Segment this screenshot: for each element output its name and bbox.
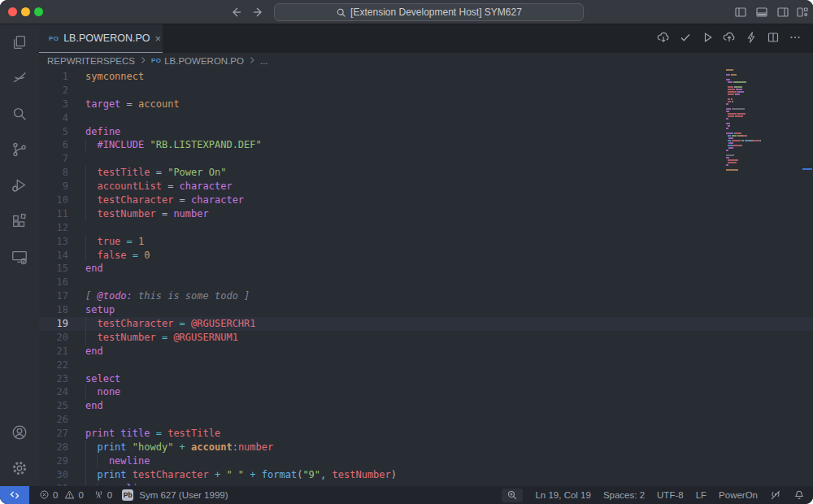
code-line-7[interactable]: 7 [39, 152, 813, 166]
line-number: 13 [39, 235, 73, 249]
command-center-search[interactable]: [Extension Development Host] SYM627 [274, 3, 584, 21]
settings-gear-icon[interactable] [0, 450, 39, 486]
code-line-20[interactable]: 20 testNumber = @RGUSERNUM1 [39, 331, 813, 345]
explorer-icon[interactable] [0, 24, 39, 60]
code-lines: 1symconnect23target = account45define6 #… [39, 70, 813, 486]
line-number: 27 [39, 427, 73, 441]
accounts-icon[interactable] [0, 415, 39, 450]
line-number: 15 [39, 262, 73, 276]
encoding-setting[interactable]: UTF-8 [657, 490, 684, 500]
line-number: 25 [39, 399, 73, 413]
code-line-13[interactable]: 13 true = 1 [39, 235, 813, 249]
code-line-16[interactable]: 16 [39, 276, 813, 289]
code-line-18[interactable]: 18setup [39, 303, 813, 317]
code-line-30[interactable]: 30 print testCharacter + " " + format("9… [39, 468, 813, 482]
code-line-12[interactable]: 12 [39, 221, 813, 235]
more-actions-icon[interactable] [789, 31, 802, 47]
run-debug-icon[interactable] [0, 167, 39, 203]
check-icon[interactable] [679, 31, 692, 47]
remote-explorer-icon[interactable] [0, 239, 39, 275]
code-line-27[interactable]: 27print title = testTitle [39, 427, 813, 441]
code-line-2[interactable]: 2 [39, 84, 813, 98]
close-tab-icon[interactable]: × [154, 33, 161, 44]
minimize-window-button[interactable] [21, 7, 30, 16]
poweron-language-badge: PO [49, 35, 59, 42]
split-editor-icon[interactable] [767, 31, 780, 47]
cloud-download-icon[interactable] [657, 31, 670, 47]
source-control-icon[interactable] [0, 132, 39, 167]
radio-tower-icon [93, 489, 104, 502]
code-line-4[interactable]: 4 [39, 111, 813, 125]
code-line-15[interactable]: 15end [39, 262, 813, 276]
code-line-17[interactable]: 17[ @todo: this is some todo ] [39, 289, 813, 303]
code-line-14[interactable]: 14 false = 0 [39, 249, 813, 263]
toggle-panel-icon[interactable] [755, 6, 768, 19]
line-number: 10 [39, 193, 73, 207]
run-icon[interactable] [701, 31, 714, 47]
editor-pane[interactable]: 1symconnect23target = account45define6 #… [39, 68, 813, 486]
code-line-19[interactable]: 19 testCharacter = @RGUSERCHR1 [39, 317, 813, 331]
indentation-setting[interactable]: Spaces: 2 [603, 490, 645, 500]
line-number: 16 [39, 276, 73, 289]
eol-setting[interactable]: LF [696, 490, 706, 500]
symitar-extension-icon[interactable] [0, 60, 39, 96]
session-label: Sym 627 (User 1999) [139, 490, 228, 500]
errors-count: 0 [53, 490, 58, 500]
toggle-sidebar-icon[interactable] [734, 6, 747, 19]
line-number: 11 [39, 207, 73, 221]
line-number: 30 [39, 468, 73, 482]
bolt-icon[interactable] [745, 31, 758, 47]
symitar-session-status[interactable]: Pb Sym 627 (User 1999) [122, 489, 228, 501]
close-window-button[interactable] [8, 7, 17, 16]
toggle-secondary-sidebar-icon[interactable] [776, 6, 789, 19]
code-line-1[interactable]: 1symconnect [39, 70, 813, 84]
notifications-bell-icon[interactable] [793, 489, 805, 501]
problems-status[interactable]: 0 0 [39, 489, 84, 502]
code-line-3[interactable]: 3target = account [39, 98, 813, 111]
cursor-position[interactable]: Ln 19, Col 19 [535, 490, 590, 500]
minimap[interactable] [726, 69, 783, 172]
code-line-6[interactable]: 6 #INCLUDE "RB.LISTEXPAND.DEF" [39, 138, 813, 152]
code-line-23[interactable]: 23select [39, 372, 813, 386]
extensions-icon[interactable] [0, 203, 39, 239]
code-line-24[interactable]: 24 none [39, 385, 813, 399]
code-line-21[interactable]: 21end [39, 345, 813, 358]
breadcrumb-symbol-more[interactable]: ... [260, 56, 268, 66]
code-line-29[interactable]: 29 newline [39, 454, 813, 468]
line-number: 12 [39, 221, 73, 235]
zoom-status-chip[interactable] [502, 489, 523, 502]
line-number: 22 [39, 358, 73, 372]
code-line-5[interactable]: 5define [39, 125, 813, 139]
tab-title: LB.POWERON.PO [63, 33, 150, 44]
code-line-22[interactable]: 22 [39, 358, 813, 372]
code-line-11[interactable]: 11 testNumber = number [39, 207, 813, 221]
code-line-10[interactable]: 10 testCharacter = character [39, 193, 813, 207]
forward-arrow-icon[interactable] [252, 6, 265, 19]
language-mode[interactable]: PowerOn [719, 490, 758, 500]
code-line-28[interactable]: 28 print "howdy" + account:number [39, 441, 813, 454]
overview-ruler-cursor-mark [802, 168, 812, 170]
errors-icon [39, 489, 50, 502]
broadcast-off-icon[interactable] [770, 489, 781, 501]
remote-indicator[interactable] [0, 486, 29, 504]
poweron-language-badge: PO [151, 57, 161, 64]
line-number: 28 [39, 441, 73, 454]
zoom-window-button[interactable] [34, 7, 43, 16]
tab-lb-poweron-po[interactable]: PO LB.POWERON.PO × [39, 24, 163, 53]
vscode-window: [Extension Development Host] SYM627 [0, 0, 813, 504]
ports-status[interactable]: 0 [93, 489, 112, 502]
line-number: 24 [39, 385, 73, 399]
breadcrumb-file[interactable]: LB.POWERON.PO [164, 56, 244, 66]
code-line-25[interactable]: 25end [39, 399, 813, 413]
overview-ruler[interactable] [802, 68, 813, 486]
back-arrow-icon[interactable] [229, 6, 242, 19]
poweron-file-badge: Pb [122, 489, 133, 501]
cloud-upload-icon[interactable] [723, 31, 736, 47]
code-line-9[interactable]: 9 accountList = character [39, 180, 813, 193]
line-number: 18 [39, 303, 73, 317]
code-line-8[interactable]: 8 testTitle = "Power On" [39, 166, 813, 180]
search-icon[interactable] [0, 96, 39, 132]
customize-layout-icon[interactable] [796, 6, 809, 19]
breadcrumb-folder[interactable]: REPWRITERSPECS [47, 56, 135, 66]
code-line-26[interactable]: 26 [39, 413, 813, 427]
